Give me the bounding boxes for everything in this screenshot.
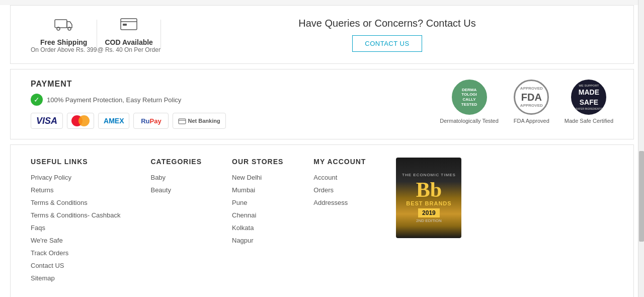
shipping-icon [54, 16, 74, 35]
list-item[interactable]: Pune [232, 198, 283, 207]
netbanking-card: Net Banking [173, 113, 225, 129]
our-stores-title: OUR STORES [232, 158, 283, 166]
useful-links-title: USEFUL LINKS [31, 158, 120, 166]
returns-link[interactable]: Returns [31, 186, 54, 194]
categories-col: CATEGORIES Baby Beauty [150, 158, 202, 286]
list-item[interactable]: Account [313, 173, 366, 182]
list-item[interactable]: Faqs [31, 223, 120, 232]
rupay-card: RuPay [133, 113, 169, 129]
madesafe-label: Made Safe Certified [565, 118, 613, 124]
contact-section: Have Queries or Concerns? Contact Us CON… [161, 18, 613, 52]
terms-cashback-link[interactable]: Terms & Conditions- Cashback [31, 211, 120, 219]
derm-icon: DERMATOLOGICALLYTESTED [452, 80, 487, 115]
svg-rect-4 [123, 24, 127, 26]
best-brands-badge: THE ECONOMIC TIMES Bb BEST BRANDS 2019 2… [396, 158, 461, 238]
madesafe-icon: WE SUPPORT MADE SAFE SAFER INGREDIENTS [571, 80, 606, 115]
list-item[interactable]: Terms & Conditions [31, 198, 120, 207]
free-shipping-title: Free Shipping [40, 38, 87, 46]
addresses-link[interactable]: Addressess [313, 199, 348, 206]
year-badge: 2019 [418, 208, 440, 217]
my-account-title: MY ACCOUNT [313, 158, 366, 166]
list-item[interactable]: Baby [150, 173, 202, 182]
fda-cert: APPROVED FDA APPROVED FDA Approved [514, 80, 549, 124]
best-brands-text: BEST BRANDS [406, 200, 451, 206]
query-heading: Have Queries or Concerns? Contact Us [161, 18, 613, 29]
list-item[interactable]: Returns [31, 185, 120, 194]
terms-link[interactable]: Terms & Conditions [31, 199, 88, 206]
list-item[interactable]: Kolkata [232, 223, 283, 232]
fda-label: FDA Approved [514, 118, 549, 124]
payment-section: PAYMENT ✓ 100% Payment Protection, Easy … [10, 69, 634, 139]
cod-icon [119, 16, 139, 35]
new-delhi-link[interactable]: New Delhi [232, 174, 262, 181]
list-item[interactable]: Orders [313, 185, 366, 194]
mumbai-link[interactable]: Mumbai [232, 186, 255, 194]
payment-title: PAYMENT [31, 80, 410, 89]
baby-link[interactable]: Baby [150, 174, 166, 181]
top-banner: Free Shipping On Order Above Rs. 399 COD… [10, 5, 634, 64]
account-list: Account Orders Addressess [313, 173, 366, 207]
list-item[interactable]: Chennai [232, 210, 283, 219]
contact-us-link[interactable]: Contact US [31, 262, 64, 269]
shield-icon: ✓ [31, 94, 43, 106]
edition-text: 2ND EDITION [416, 218, 442, 223]
svg-rect-5 [179, 119, 186, 124]
my-account-col: MY ACCOUNT Account Orders Addressess [313, 158, 366, 286]
fda-icon: APPROVED FDA APPROVED [514, 80, 549, 115]
protection-text: 100% Payment Protection, Easy Return Pol… [47, 96, 181, 104]
mastercard-card [67, 113, 94, 129]
useful-links-list: Privacy Policy Returns Terms & Condition… [31, 173, 120, 282]
list-item[interactable]: Sitemap [31, 273, 120, 282]
payment-cards: VISA AMEX RuPay Ne [31, 113, 410, 129]
derm-label: Dermatologically Tested [440, 118, 499, 124]
visa-card: VISA [31, 113, 63, 129]
useful-links-col: USEFUL LINKS Privacy Policy Returns Term… [31, 158, 120, 286]
derm-cert: DERMATOLOGICALLYTESTED Dermatologically … [440, 80, 499, 124]
categories-list: Baby Beauty [150, 173, 202, 194]
svg-rect-0 [55, 20, 67, 28]
list-item[interactable]: Addressess [313, 198, 366, 207]
cert-badges: DERMATOLOGICALLYTESTED Dermatologically … [440, 80, 613, 124]
track-orders-link[interactable]: Track Orders [31, 249, 68, 257]
list-item[interactable]: New Delhi [232, 173, 283, 182]
scrollbar[interactable] [638, 0, 644, 297]
kolkata-link[interactable]: Kolkata [232, 224, 254, 232]
orders-link[interactable]: Orders [313, 186, 334, 194]
privacy-policy-link[interactable]: Privacy Policy [31, 174, 71, 181]
best-brands-col: THE ECONOMIC TIMES Bb BEST BRANDS 2019 2… [396, 158, 461, 286]
account-link[interactable]: Account [313, 174, 337, 181]
list-item[interactable]: Privacy Policy [31, 173, 120, 182]
list-item[interactable]: Terms & Conditions- Cashback [31, 210, 120, 219]
amex-card: AMEX [98, 113, 129, 129]
footer-links: USEFUL LINKS Privacy Policy Returns Term… [10, 144, 634, 297]
chennai-link[interactable]: Chennai [232, 211, 256, 219]
free-shipping-item: Free Shipping On Order Above Rs. 399 [31, 16, 97, 53]
cod-sub: @ Rs. 40 On Per Order [97, 46, 160, 53]
list-item[interactable]: We're Safe [31, 236, 120, 245]
stores-list: New Delhi Mumbai Pune Chennai Kolkata Na… [232, 173, 283, 245]
free-shipping-sub: On Order Above Rs. 399 [31, 46, 97, 53]
were-safe-link[interactable]: We're Safe [31, 237, 63, 244]
cod-item: COD Available @ Rs. 40 On Per Order [97, 16, 160, 53]
pune-link[interactable]: Pune [232, 199, 247, 206]
beauty-link[interactable]: Beauty [150, 186, 171, 194]
our-stores-col: OUR STORES New Delhi Mumbai Pune Chennai… [232, 158, 283, 286]
bb-letters: Bb [416, 179, 442, 200]
categories-title: CATEGORIES [150, 158, 202, 166]
nagpur-link[interactable]: Nagpur [232, 237, 254, 244]
sitemap-link[interactable]: Sitemap [31, 274, 55, 282]
scrollbar-thumb[interactable] [639, 151, 644, 242]
et-header: THE ECONOMIC TIMES [402, 173, 456, 177]
list-item[interactable]: Track Orders [31, 248, 120, 257]
payment-protection: ✓ 100% Payment Protection, Easy Return P… [31, 94, 181, 106]
contact-us-button[interactable]: CONTACT US [352, 35, 422, 52]
faqs-link[interactable]: Faqs [31, 224, 45, 232]
list-item[interactable]: Mumbai [232, 185, 283, 194]
list-item[interactable]: Contact US [31, 261, 120, 270]
madesafe-cert: WE SUPPORT MADE SAFE SAFER INGREDIENTS M… [565, 80, 613, 124]
list-item[interactable]: Nagpur [232, 236, 283, 245]
cod-title: COD Available [105, 38, 152, 46]
list-item[interactable]: Beauty [150, 185, 202, 194]
